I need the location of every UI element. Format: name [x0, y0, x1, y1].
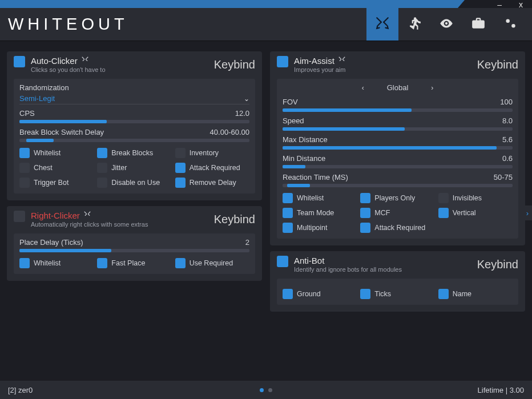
check-rc-whitelist[interactable]: Whitelist: [19, 258, 94, 268]
swords-icon: [81, 56, 89, 66]
anti-bot-subtitle: Identify and ignore bots for all modules: [294, 266, 402, 273]
footer-version: Lifetime | 3.00: [478, 386, 524, 394]
eye-icon: [439, 16, 454, 33]
aim-assist-subtitle: Improves your aim: [294, 66, 346, 73]
maxdist-slider[interactable]: [283, 146, 513, 150]
speed-value: 8.0: [502, 116, 513, 125]
auto-clicker-title: Auto-Clicker: [31, 56, 106, 66]
check-invisibles[interactable]: Invisibles: [438, 193, 513, 203]
anti-bot-keybind[interactable]: Keybind: [477, 258, 518, 271]
chevron-down-icon: ⌄: [244, 95, 249, 103]
cps-value: 12.0: [235, 109, 249, 118]
walk-icon: [407, 16, 422, 33]
check-mcf[interactable]: MCF: [360, 208, 434, 218]
auto-clicker-toggle[interactable]: [14, 56, 25, 67]
svg-marker-0: [0, 0, 465, 8]
expand-side-button[interactable]: ›: [523, 205, 532, 220]
reaction-value: 50-75: [494, 173, 513, 182]
right-clicker-checks: Whitelist Fast Place Use Required: [19, 258, 249, 268]
maxdist-label: Max Distance: [283, 135, 328, 144]
page-dot-2[interactable]: [268, 388, 272, 392]
paginator-label: Global: [387, 83, 409, 92]
break-delay-slider[interactable]: [19, 139, 249, 142]
header: WHITEOUT: [0, 8, 532, 41]
content: Auto-Clicker Clicks so you don't have to…: [0, 41, 532, 380]
anti-bot-checks: Ground Ticks Name: [283, 289, 513, 299]
aim-assist-keybind[interactable]: Keybind: [477, 58, 518, 71]
tab-combat[interactable]: [366, 8, 398, 41]
check-trigger-bot[interactable]: Trigger Bot: [19, 178, 94, 188]
check-disable-on-use[interactable]: Disable on Use: [97, 178, 171, 188]
mindist-value: 0.6: [502, 154, 513, 163]
footer-user: [2] zer0: [8, 386, 33, 394]
check-use-required[interactable]: Use Required: [175, 258, 249, 268]
anti-bot-toggle[interactable]: [277, 256, 288, 267]
close-button[interactable]: x: [519, 0, 523, 9]
check-multipoint[interactable]: Multipoint: [283, 223, 357, 233]
randomization-select[interactable]: Semi-Legit ⌄: [19, 94, 249, 104]
place-delay-value: 2: [245, 238, 249, 247]
reaction-label: Reaction Time (MS): [283, 173, 348, 182]
aim-assist-toggle[interactable]: [277, 56, 288, 67]
tab-settings[interactable]: [494, 8, 526, 41]
check-aa-attack-required[interactable]: Attack Required: [360, 223, 434, 233]
check-fast-place[interactable]: Fast Place: [97, 258, 171, 268]
check-ground[interactable]: Ground: [283, 289, 357, 299]
cps-slider[interactable]: [19, 120, 249, 123]
check-remove-delay[interactable]: Remove Delay: [175, 178, 249, 188]
check-name[interactable]: Name: [438, 289, 513, 299]
check-aa-whitelist[interactable]: Whitelist: [283, 193, 357, 203]
brand-title: WHITEOUT: [8, 15, 128, 34]
svg-point-3: [506, 19, 510, 23]
title-bar: – x: [0, 0, 532, 8]
module-aim-assist: Aim-Assist Improves your aim Keybind ‹ G…: [270, 51, 525, 245]
right-clicker-toggle[interactable]: [14, 211, 25, 222]
speed-slider[interactable]: [283, 127, 513, 131]
tab-movement[interactable]: [398, 8, 430, 41]
check-inventory[interactable]: Inventory: [175, 148, 249, 158]
mindist-slider[interactable]: [283, 165, 513, 168]
swords-icon: [338, 56, 346, 66]
paginator-prev[interactable]: ‹: [362, 84, 364, 92]
reaction-slider[interactable]: [283, 184, 513, 187]
place-delay-slider[interactable]: [19, 249, 249, 252]
place-delay-label: Place Delay (Ticks): [19, 238, 83, 247]
auto-clicker-keybind[interactable]: Keybind: [214, 58, 255, 71]
tab-utility[interactable]: [462, 8, 494, 41]
auto-clicker-checks: Whitelist Break Blocks Inventory Chest J…: [19, 148, 249, 188]
randomization-label: Randomization: [19, 83, 69, 92]
gears-icon: [503, 16, 518, 33]
check-players-only[interactable]: Players Only: [360, 193, 434, 203]
fov-label: FOV: [283, 98, 298, 106]
check-jitter[interactable]: Jitter: [97, 163, 171, 173]
check-break-blocks[interactable]: Break Blocks: [97, 148, 171, 158]
page-dots[interactable]: [260, 388, 272, 392]
check-chest[interactable]: Chest: [19, 163, 94, 173]
check-team-mode[interactable]: Team Mode: [283, 208, 357, 218]
check-ticks[interactable]: Ticks: [360, 289, 434, 299]
page-dot-1[interactable]: [260, 388, 264, 392]
check-vertical[interactable]: Vertical: [438, 208, 513, 218]
module-right-clicker: Right-Clicker Automatically right clicks…: [7, 206, 262, 281]
cps-label: CPS: [19, 109, 35, 118]
right-clicker-subtitle: Automatically right clicks with some ext…: [31, 221, 148, 228]
tab-visuals[interactable]: [430, 8, 462, 41]
break-delay-label: Break Block Switch Delay: [19, 128, 104, 136]
break-delay-value: 40.00-60.00: [210, 128, 249, 136]
paginator-next[interactable]: ›: [431, 84, 433, 92]
auto-clicker-subtitle: Clicks so you don't have to: [31, 66, 106, 73]
module-anti-bot: Anti-Bot Identify and ignore bots for al…: [270, 251, 525, 312]
right-clicker-keybind[interactable]: Keybind: [214, 213, 255, 226]
speed-label: Speed: [283, 116, 304, 125]
left-column: Auto-Clicker Clicks so you don't have to…: [7, 51, 262, 374]
right-clicker-title: Right-Clicker: [31, 211, 148, 220]
module-auto-clicker: Auto-Clicker Clicks so you don't have to…: [7, 51, 262, 200]
check-attack-required[interactable]: Attack Required: [175, 163, 249, 173]
minimize-button[interactable]: –: [497, 0, 502, 9]
check-whitelist[interactable]: Whitelist: [19, 148, 94, 158]
right-column: Aim-Assist Improves your aim Keybind ‹ G…: [270, 51, 525, 374]
svg-point-2: [445, 22, 448, 24]
fov-slider[interactable]: [283, 108, 513, 112]
header-tabs: [366, 8, 526, 41]
anti-bot-title: Anti-Bot: [294, 256, 402, 265]
